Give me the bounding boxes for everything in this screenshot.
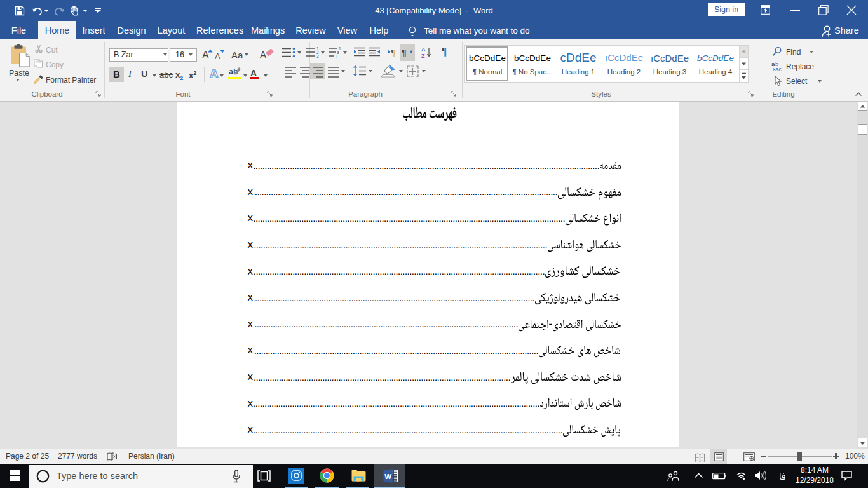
svg-text:Z: Z <box>421 53 425 58</box>
svg-text:A: A <box>421 46 426 53</box>
svg-text:i: i <box>336 54 336 58</box>
svg-text:W: W <box>384 473 391 480</box>
svg-text:a: a <box>337 50 339 55</box>
svg-text:3: 3 <box>316 54 319 58</box>
svg-text:ac: ac <box>775 65 782 72</box>
svg-text:¶: ¶ <box>402 47 407 57</box>
svg-text:¶: ¶ <box>391 47 396 57</box>
